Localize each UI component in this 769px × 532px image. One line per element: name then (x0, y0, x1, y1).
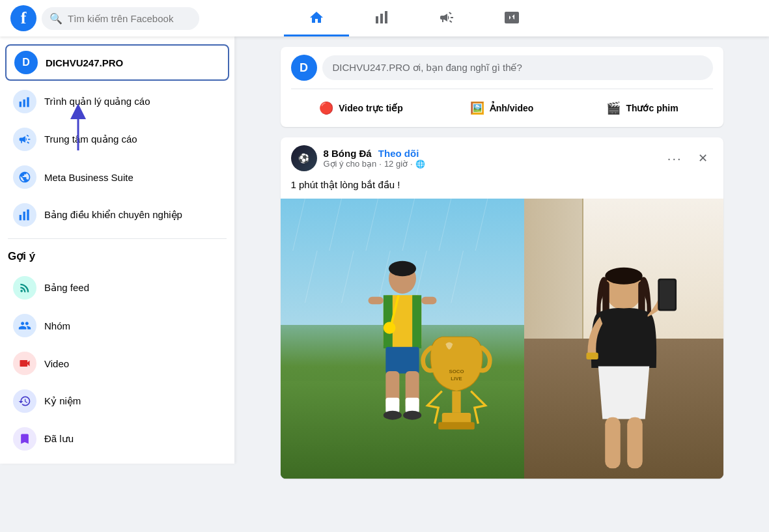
girl-svg (565, 257, 682, 479)
svg-rect-47 (659, 280, 675, 309)
search-icon: 🔍 (49, 12, 63, 25)
sidebar-item-meta-business[interactable]: Meta Business Suite (5, 159, 229, 195)
sidebar: D DICHVU247.PRO Trình quản lý quảng cáo (0, 36, 234, 464)
post-image: SOCO LIVE (281, 199, 723, 479)
post-author-name: 8 Bóng Đá Theo dõi (324, 148, 425, 159)
svg-rect-38 (442, 413, 471, 424)
sidebar-item-feed[interactable]: Bảng feed (5, 270, 229, 306)
image-left: SOCO LIVE (281, 199, 524, 479)
memories-label: Kỷ niệm (44, 395, 81, 407)
ads-manager-label: Trình quản lý quảng cáo (44, 96, 150, 107)
svg-rect-3 (20, 102, 21, 107)
post-more-button[interactable]: ··· (662, 148, 688, 169)
post-author-avatar: ⚽ (291, 145, 317, 171)
svg-rect-27 (421, 297, 436, 305)
create-post-input[interactable]: DICHVU247.PRO ơi, bạn đang nghĩ gì thế? (322, 55, 713, 80)
svg-line-12 (365, 199, 378, 251)
svg-rect-0 (376, 16, 378, 23)
feed-area: D DICHVU247.PRO ơi, bạn đang nghĩ gì thế… (234, 36, 769, 532)
post-meta-suggestion: Gợi ý cho bạn (324, 159, 377, 169)
sidebar-item-saved[interactable]: Đã lưu (5, 421, 229, 457)
sidebar-item-ads-center[interactable]: Trung tâm quảng cáo (5, 121, 229, 158)
facebook-logo[interactable]: f (10, 5, 36, 31)
svg-line-10 (292, 199, 305, 251)
svg-rect-7 (20, 215, 21, 220)
photo-video-label: Ảnh/video (490, 103, 534, 113)
sidebar-item-dashboard[interactable]: Bảng điều khiển chuyên nghiệp (5, 197, 229, 233)
image-right (524, 199, 723, 479)
profile-avatar: D (14, 51, 38, 74)
post-meta-dot2: · (410, 159, 413, 169)
svg-rect-50 (627, 417, 643, 468)
svg-rect-26 (368, 297, 383, 305)
sidebar-profile-item[interactable]: D DICHVU247.PRO (5, 44, 229, 81)
header: f 🔍 (0, 0, 769, 36)
post-author-info: 8 Bóng Đá Theo dõi Gợi ý cho bạn · 12 gi… (324, 148, 425, 169)
create-post-avatar-letter: D (300, 61, 308, 75)
sidebar-item-groups[interactable]: Nhóm (5, 307, 229, 344)
groups-label: Nhóm (44, 320, 70, 331)
reel-action[interactable]: 🎬 Thước phim (572, 97, 713, 119)
ads-manager-icon (13, 90, 36, 113)
live-video-action[interactable]: 🔴 Video trực tiếp (291, 97, 432, 119)
svg-line-11 (329, 199, 341, 251)
photo-video-action[interactable]: 🖼️ Ảnh/video (432, 97, 572, 119)
post-author-avatar-inner: ⚽ (291, 145, 317, 171)
feed-label: Bảng feed (44, 282, 89, 294)
post-author: ⚽ 8 Bóng Đá Theo dõi Gợi ý cho bạn · 12 … (291, 145, 425, 171)
post-meta: Gợi ý cho bạn · 12 giờ · 🌐 (324, 159, 425, 169)
globe-icon: 🌐 (415, 160, 425, 169)
create-post-top: D DICHVU247.PRO ơi, bạn đang nghĩ gì thế… (291, 55, 713, 81)
svg-line-13 (402, 199, 415, 251)
sidebar-item-video[interactable]: Video (5, 345, 229, 382)
sidebar-item-memories[interactable]: Kỷ niệm (5, 383, 229, 419)
avatar-letter: D (22, 57, 30, 68)
create-post-placeholder: DICHVU247.PRO ơi, bạn đang nghĩ gì thế? (333, 62, 522, 73)
svg-line-14 (439, 199, 451, 251)
post-meta-time: 12 giờ (384, 159, 408, 169)
search-input[interactable] (68, 13, 191, 24)
live-video-label: Video trực tiếp (339, 103, 403, 113)
svg-rect-37 (453, 391, 461, 413)
ads-center-icon (13, 128, 36, 151)
trophy-svg: SOCO LIVE (414, 322, 499, 453)
svg-text:LIVE: LIVE (451, 376, 462, 382)
reel-icon: 🎬 (606, 101, 621, 115)
create-post-actions: 🔴 Video trực tiếp 🖼️ Ảnh/video 🎬 Thước p… (291, 89, 713, 119)
search-bar[interactable]: 🔍 (42, 7, 199, 30)
feed-icon (13, 276, 36, 300)
svg-rect-1 (380, 14, 383, 23)
sidebar-item-ads-manager[interactable]: Trình quản lý quảng cáo (5, 83, 229, 120)
svg-rect-48 (586, 352, 598, 359)
dashboard-icon (13, 203, 36, 227)
svg-line-15 (475, 199, 488, 251)
tab-video[interactable] (479, 0, 544, 36)
svg-point-22 (389, 261, 416, 276)
svg-rect-39 (438, 422, 475, 429)
groups-icon (13, 314, 36, 337)
meta-business-icon (13, 165, 36, 189)
follow-link[interactable]: Theo dõi (378, 148, 419, 159)
saved-label: Đã lưu (44, 433, 74, 445)
svg-rect-49 (605, 417, 621, 468)
author-name-text: 8 Bóng Đá (324, 148, 372, 159)
post-close-button[interactable]: ✕ (693, 148, 713, 169)
tab-megaphone[interactable] (414, 0, 479, 36)
tab-stats[interactable] (349, 0, 414, 36)
create-post-box: D DICHVU247.PRO ơi, bạn đang nghĩ gì thế… (281, 47, 723, 127)
memories-icon (13, 389, 36, 413)
fb-logo-text: f (21, 8, 27, 28)
nav-tabs (199, 0, 628, 36)
svg-point-33 (383, 411, 401, 420)
live-video-icon: 🔴 (319, 101, 333, 115)
video-label: Video (44, 358, 69, 369)
post-meta-dot: · (379, 159, 382, 169)
tab-home[interactable] (284, 0, 349, 36)
svg-point-43 (605, 268, 643, 285)
saved-icon (13, 427, 36, 451)
post-body: 1 phút thật lòng bắt đầu ! (291, 179, 400, 190)
post-header: ⚽ 8 Bóng Đá Theo dõi Gợi ý cho bạn · 12 … (281, 137, 723, 179)
suggestion-section-title: Gợi ý (0, 244, 234, 268)
post-content-text: 1 phút thật lòng bắt đầu ! (281, 179, 723, 199)
photo-video-icon: 🖼️ (470, 101, 484, 115)
